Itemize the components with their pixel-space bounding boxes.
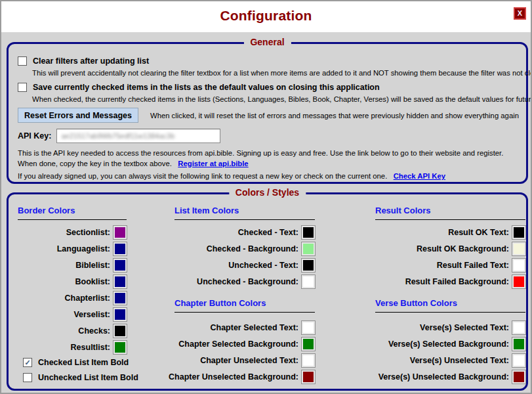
- color-swatch[interactable]: [302, 354, 315, 367]
- color-label: Unchecked - Background:: [197, 277, 298, 286]
- color-label: Biblelist:: [75, 261, 110, 270]
- color-swatch[interactable]: [512, 259, 525, 272]
- close-icon[interactable]: X: [514, 7, 526, 20]
- checked-bold-checkbox[interactable]: ✓: [23, 358, 32, 367]
- color-row: Result Failed Text:: [375, 258, 525, 273]
- reset-errors-button[interactable]: Reset Errors and Messages: [18, 108, 138, 123]
- save-checked-row: Save currently checked items in the list…: [18, 82, 517, 93]
- color-row: Result OK Text:: [375, 225, 525, 240]
- color-swatch[interactable]: [113, 259, 127, 272]
- window-title: Configuration: [1, 1, 531, 30]
- color-row: Checks:: [18, 324, 127, 338]
- color-row: Chapter Selected Text:: [174, 320, 315, 335]
- register-api-bible-link[interactable]: Register at api.bible: [178, 160, 248, 167]
- api-key-masked-value: ae21517ab9Wb75edf11w1384ac3b: [61, 129, 174, 142]
- list-item-colors-header: List Item Colors: [174, 206, 315, 216]
- border-colors-header: Border Colors: [18, 206, 127, 216]
- chapter-button-colors-header: Chapter Button Colors: [174, 298, 315, 309]
- clear-filters-checkbox[interactable]: [18, 56, 27, 66]
- result-colors-column: Result Colors Result OK Text: Result OK …: [375, 206, 525, 386]
- color-swatch[interactable]: [512, 354, 525, 367]
- color-swatch[interactable]: [512, 321, 525, 334]
- color-swatch[interactable]: [302, 370, 315, 383]
- general-groupbox: General Clear filters after updating lis…: [7, 42, 528, 184]
- color-label: Result OK Background:: [417, 244, 509, 253]
- chapter-button-colors-underline: [174, 312, 315, 313]
- unchecked-bold-checkbox[interactable]: [23, 373, 32, 382]
- color-swatch[interactable]: [302, 259, 315, 272]
- configuration-window: Configuration X General Clear filters af…: [0, 0, 532, 394]
- color-row: Chapterlist:: [18, 291, 127, 305]
- color-label: Checked - Background:: [207, 244, 298, 253]
- color-row: Languagelist:: [18, 242, 127, 256]
- color-row: Unchecked - Background:: [174, 274, 315, 289]
- api-key-input[interactable]: ae21517ab9Wb75edf11w1384ac3b: [56, 129, 220, 143]
- api-key-row: API Key: ae21517ab9Wb75edf11w1384ac3b: [18, 129, 517, 143]
- color-swatch[interactable]: [113, 341, 127, 354]
- color-row: Verse(s) Selected Background:: [375, 337, 525, 351]
- title-bar: Configuration X: [1, 1, 531, 32]
- colors-styles-groupbox: Colors / Styles Border Colors Sectionlis…: [7, 192, 528, 391]
- color-row: Sectionlist:: [18, 225, 127, 240]
- color-row: Biblelist:: [18, 258, 127, 273]
- color-label: Chapter Selected Text:: [210, 323, 298, 332]
- color-row: Verse(s) Unselected Background:: [375, 370, 525, 384]
- verse-button-colors-underline: [375, 312, 525, 313]
- color-swatch[interactable]: [512, 275, 525, 288]
- verse-button-colors-header: Verse Button Colors: [375, 298, 525, 309]
- color-swatch[interactable]: [113, 242, 127, 255]
- color-label: Verse(s) Unselected Background:: [379, 372, 509, 382]
- color-label: Chapter Unselected Text:: [200, 356, 298, 365]
- check-api-key-link[interactable]: Check API Key: [394, 172, 445, 180]
- color-swatch[interactable]: [512, 338, 525, 351]
- color-row: Checked - Background:: [174, 242, 315, 256]
- unchecked-bold-row: Unchecked List Item Bold: [23, 372, 127, 383]
- color-swatch[interactable]: [113, 275, 127, 288]
- color-swatch[interactable]: [113, 308, 127, 321]
- color-label: Chapter Unselected Background:: [169, 372, 298, 382]
- color-label: Result Failed Background:: [405, 277, 509, 286]
- clear-filters-description: This will prevent accidentally not clear…: [32, 69, 517, 77]
- color-label: Chapterlist:: [65, 294, 110, 303]
- verse-button-colors-rows: Verse(s) Selected Text: Verse(s) Selecte…: [375, 320, 525, 384]
- color-swatch[interactable]: [512, 242, 525, 255]
- color-swatch[interactable]: [512, 226, 525, 239]
- color-swatch[interactable]: [302, 242, 315, 255]
- color-swatch[interactable]: [302, 275, 315, 288]
- color-row: Verse(s) Selected Text:: [375, 320, 525, 335]
- color-row: Resultlist:: [18, 340, 127, 355]
- color-swatch[interactable]: [113, 292, 127, 305]
- save-checked-description: When checked, the currently checked item…: [32, 95, 517, 103]
- color-label: Sectionlist:: [66, 228, 110, 237]
- bold-options: ✓ Checked List Item Bold Unchecked List …: [18, 357, 127, 383]
- color-label: Languagelist:: [57, 244, 110, 253]
- checked-bold-label: Checked List Item Bold: [38, 358, 129, 367]
- api-description-text: This is the API key needed to access the…: [18, 149, 503, 167]
- reset-row: Reset Errors and Messages When clicked, …: [18, 108, 517, 123]
- color-row: Result OK Background:: [375, 242, 525, 256]
- color-swatch[interactable]: [113, 226, 127, 239]
- save-checked-checkbox[interactable]: [18, 83, 27, 92]
- color-swatch[interactable]: [302, 338, 315, 351]
- result-colors-rows: Result OK Text: Result OK Background: Re…: [375, 225, 525, 289]
- color-swatch[interactable]: [302, 321, 315, 334]
- clear-filters-label: Clear filters after updating list: [33, 56, 149, 66]
- api-key-label: API Key:: [18, 131, 51, 141]
- checked-bold-row: ✓ Checked List Item Bold: [23, 357, 127, 368]
- color-label: Resultlist:: [71, 343, 110, 352]
- color-label: Result OK Text:: [448, 228, 509, 237]
- color-swatch[interactable]: [302, 226, 315, 239]
- color-swatch[interactable]: [512, 370, 525, 383]
- color-row: Verse(s) Unselected Text:: [375, 353, 525, 368]
- general-group-title: General: [243, 37, 291, 47]
- result-colors-underline: [375, 219, 525, 220]
- colors-group-title: Colors / Styles: [229, 187, 306, 198]
- api-key-description: This is the API key needed to access the…: [18, 148, 517, 169]
- reset-button-description: When clicked, it will reset the list of …: [150, 112, 519, 120]
- list-item-colors-column: List Item Colors Checked - Text: Checked…: [174, 206, 315, 386]
- border-colors-underline: [18, 219, 127, 220]
- color-label: Verse(s) Unselected Text:: [410, 356, 509, 365]
- color-swatch[interactable]: [113, 324, 127, 338]
- color-label: Checked - Text:: [238, 228, 298, 237]
- list-item-colors-rows: Checked - Text: Checked - Background: Un…: [174, 225, 315, 289]
